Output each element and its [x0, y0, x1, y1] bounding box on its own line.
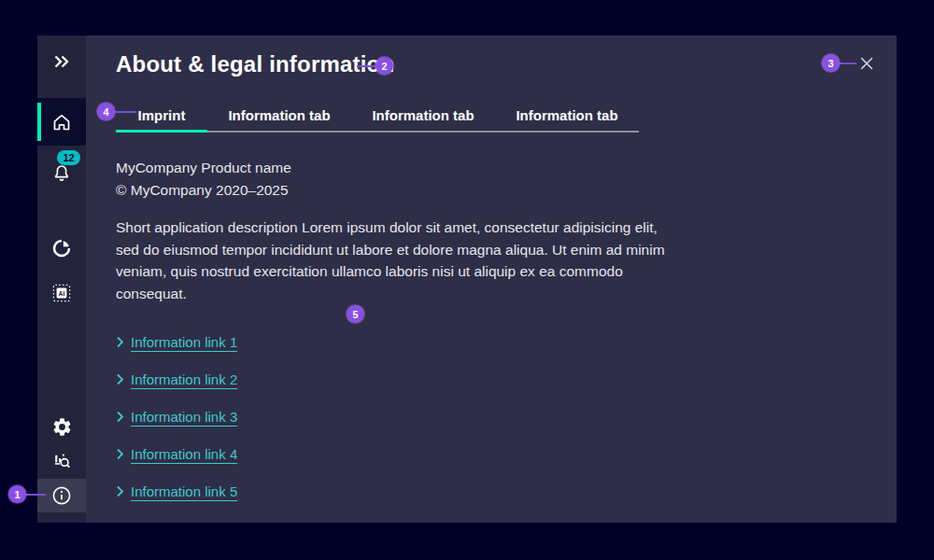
info-icon [50, 484, 73, 507]
tab-imprint[interactable]: Imprint [116, 99, 207, 131]
info-link-label: Information link 3 [131, 409, 237, 425]
product-name: MyCompany Product name [116, 157, 291, 179]
active-item-indicator [37, 103, 41, 141]
tab-information-3[interactable]: Information tab [495, 99, 639, 131]
sidebar-item-reports[interactable] [37, 228, 86, 269]
notification-count-badge: 12 [57, 150, 80, 165]
active-tab-indicator [116, 130, 207, 133]
info-link-label: Information link 2 [131, 371, 237, 387]
sidebar: 12 AI [37, 35, 86, 523]
close-icon [857, 54, 876, 73]
sidebar-expand-button[interactable] [37, 39, 86, 84]
chart-search-icon [51, 450, 73, 471]
pie-chart-icon [50, 237, 73, 259]
chevron-right-icon [116, 411, 124, 423]
sidebar-item-home[interactable] [37, 98, 86, 146]
app-window: 12 AI [37, 35, 897, 523]
sidebar-item-ai[interactable]: AI [37, 273, 86, 314]
tab-information-1[interactable]: Information tab [207, 99, 351, 131]
ai-chip-label: AI [59, 290, 65, 297]
sidebar-item-notifications[interactable]: 12 [37, 152, 86, 193]
annotation-badge-3: 3 [822, 54, 840, 72]
page-title: About & legal information [116, 51, 394, 77]
annotation-badge-5: 5 [347, 305, 364, 323]
chevron-right-icon [116, 336, 124, 348]
annotation-badge-1: 1 [8, 485, 26, 503]
content-panel: About & legal information Imprint Inform… [86, 35, 897, 523]
info-link-4[interactable]: Information link 4 [116, 444, 237, 463]
chevron-right-icon [116, 373, 124, 385]
home-icon [50, 111, 73, 133]
sidebar-item-about[interactable] [37, 479, 86, 512]
chevron-right-icon [116, 485, 124, 497]
double-chevron-right-icon [50, 50, 73, 73]
info-link-label: Information link 5 [131, 483, 237, 499]
product-meta: MyCompany Product name © MyCompany 2020–… [116, 157, 291, 202]
info-link-2[interactable]: Information link 2 [116, 370, 237, 388]
info-link-5[interactable]: Information link 5 [116, 482, 237, 500]
tab-information-2[interactable]: Information tab [351, 99, 495, 131]
copyright-text: © MyCompany 2020–2025 [116, 179, 291, 202]
sidebar-item-settings[interactable] [37, 407, 86, 446]
gear-icon [51, 416, 73, 438]
sidebar-item-analytics[interactable] [37, 442, 86, 478]
annotation-badge-2: 2 [375, 57, 393, 75]
information-links: Information link 1 Information link 2 In… [116, 332, 237, 519]
info-link-label: Information link 4 [131, 446, 237, 462]
info-link-1[interactable]: Information link 1 [116, 332, 237, 351]
info-link-label: Information link 1 [131, 334, 237, 350]
annotation-badge-4: 4 [97, 103, 115, 120]
ai-chip-icon: AI [50, 282, 73, 304]
close-button[interactable] [856, 53, 877, 74]
info-link-3[interactable]: Information link 3 [116, 407, 237, 426]
app-description: Short application description Lorem ipsu… [116, 217, 676, 305]
chevron-right-icon [116, 448, 124, 460]
